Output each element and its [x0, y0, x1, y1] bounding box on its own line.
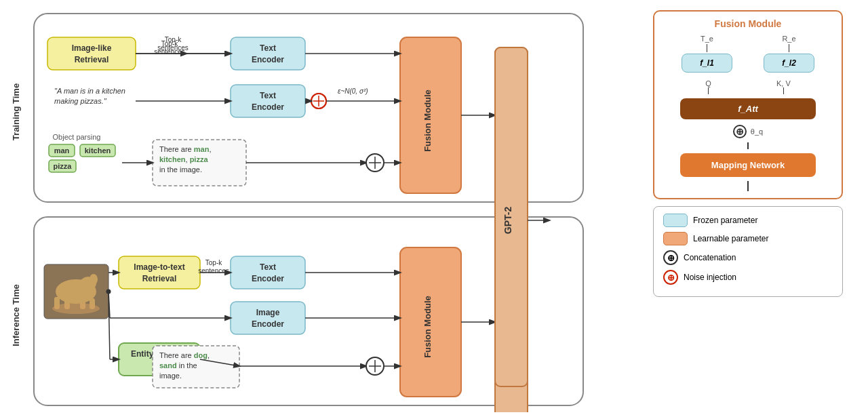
svg-point-52	[90, 274, 98, 285]
svg-text:Image-like: Image-like	[72, 43, 112, 53]
svg-rect-61	[231, 256, 305, 289]
fusion-module-inner: T_e f_l1 R_e f_l2	[663, 35, 833, 191]
svg-text:Encoder: Encoder	[252, 319, 284, 329]
noise-symbol: ⊕	[663, 270, 678, 285]
training-label-text: Training Time	[11, 83, 21, 140]
svg-point-57	[52, 303, 100, 314]
svg-text:Text: Text	[260, 43, 276, 53]
svg-text:There are dog,: There are dog,	[159, 351, 210, 359]
svg-text:Encoder: Encoder	[252, 274, 284, 283]
fl2-node: f_l2	[764, 54, 814, 73]
svg-text:"A man is in a kitchen: "A man is in a kitchen	[54, 87, 125, 95]
q-label: Q	[705, 79, 711, 87]
svg-text:kitchen: kitchen	[85, 146, 111, 155]
legend-learnable: Learnable parameter	[663, 232, 833, 245]
learnable-swatch	[663, 232, 688, 245]
svg-text:Top-k: Top-k	[161, 40, 178, 47]
concat-circle-fm: ⊕	[733, 125, 747, 138]
svg-text:GPT-2: GPT-2	[502, 207, 513, 235]
svg-text:image.: image.	[159, 372, 182, 380]
right-panel: Fusion Module T_e f_l1 R_e	[650, 7, 846, 412]
frozen-swatch	[663, 214, 688, 227]
legend-concat: ⊕ Concatenation	[663, 250, 833, 265]
svg-text:Retrieval: Retrieval	[142, 274, 177, 283]
svg-text:Fusion Module: Fusion Module	[422, 89, 433, 152]
svg-text:Encoder: Encoder	[252, 102, 284, 112]
svg-text:pizza: pizza	[54, 162, 73, 170]
svg-text:making pizzas.": making pizzas."	[54, 97, 107, 105]
fl1-node: f_l1	[682, 54, 732, 73]
svg-text:sentences: sentences	[198, 267, 229, 275]
svg-text:in the image.: in the image.	[159, 165, 202, 174]
svg-text:Retrieval: Retrieval	[75, 55, 109, 64]
svg-text:Object parsing: Object parsing	[53, 133, 101, 141]
svg-text:kitchen, pizza: kitchen, pizza	[159, 155, 208, 163]
svg-text:Encoder: Encoder	[252, 55, 284, 64]
inference-label: Inference Time	[11, 284, 21, 346]
svg-text:man: man	[54, 146, 70, 155]
svg-text:Text: Text	[260, 262, 276, 272]
svg-text:There are man,: There are man,	[159, 145, 211, 153]
svg-rect-58	[119, 256, 200, 289]
svg-rect-11	[231, 85, 305, 117]
legend-frozen: Frozen parameter	[663, 214, 833, 227]
concat-symbol: ⊕	[663, 250, 678, 265]
mapping-network-node: Mapping Network	[680, 153, 816, 177]
svg-text:Text: Text	[260, 91, 276, 100]
theta-label: θ_q	[751, 127, 763, 136]
svg-rect-4	[231, 37, 305, 70]
svg-text:Image-to-text: Image-to-text	[134, 262, 184, 272]
fusion-module-detail: Fusion Module T_e f_l1 R_e	[653, 10, 843, 199]
svg-text:Image: Image	[256, 308, 280, 317]
svg-text:Fusion Module: Fusion Module	[422, 296, 433, 358]
svg-rect-64	[231, 302, 305, 334]
legend-noise: ⊕ Noise injection	[663, 270, 833, 285]
te-label: T_e	[701, 35, 713, 43]
svg-text:Top-k: Top-k	[205, 259, 222, 266]
svg-point-83	[106, 290, 111, 294]
svg-text:sentences: sentences	[154, 48, 185, 56]
svg-text:sand in the: sand in the	[159, 361, 197, 370]
svg-text:ε~N(0, σ²): ε~N(0, σ²)	[338, 87, 368, 95]
legend-box: Frozen parameter Learnable parameter ⊕ C…	[653, 206, 843, 297]
kv-label: K, V	[776, 79, 791, 87]
fusion-module-title: Fusion Module	[663, 18, 833, 29]
fatt-node: f_Att	[680, 98, 816, 119]
svg-rect-1	[47, 37, 136, 70]
re-label: R_e	[782, 35, 795, 43]
